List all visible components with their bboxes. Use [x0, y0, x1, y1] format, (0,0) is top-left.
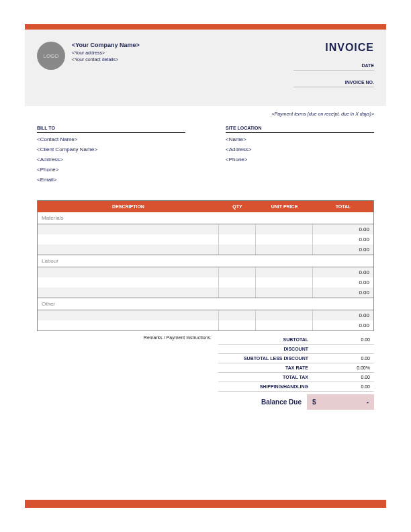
cell-total: 0.00 [313, 234, 373, 245]
cell-qty[interactable] [219, 310, 256, 320]
cell-total: 0.00 [313, 245, 373, 255]
balance-box: $ - [307, 394, 374, 410]
balance-label: Balance Due [218, 398, 307, 406]
total-value [314, 345, 374, 353]
section-label: Labour [38, 255, 373, 267]
payment-terms: <Payment terms (due on receipt, due in X… [25, 112, 374, 116]
table-row: 0.00 [38, 320, 373, 330]
cell-description[interactable] [38, 267, 219, 277]
cell-description[interactable] [38, 224, 219, 234]
cell-qty[interactable] [219, 320, 256, 330]
line-items-table: DESCRIPTION QTY UNIT PRICE TOTAL Materia… [37, 200, 374, 331]
cell-qty[interactable] [219, 287, 256, 298]
totals-block: SUBTOTAL0.00DISCOUNTSUBTOTAL LESS DISCOU… [218, 335, 374, 410]
cell-qty[interactable] [219, 224, 256, 234]
table-row: 0.00 [38, 277, 373, 287]
balance-currency: $ [312, 398, 316, 406]
bill-to-contact: <Contact Name> [37, 136, 185, 142]
remarks-label: Remarks / Payment Instructions: [37, 335, 218, 410]
cell-price[interactable] [256, 267, 313, 277]
total-value: 0.00 [314, 335, 374, 344]
cell-total: 0.00 [313, 277, 373, 287]
site-name: <Name> [226, 136, 374, 142]
total-label: TOTAL TAX [218, 373, 314, 382]
total-label: DISCOUNT [218, 345, 314, 353]
total-row: TOTAL TAX0.00 [218, 373, 374, 382]
cell-price[interactable] [256, 310, 313, 320]
bottom-bar [25, 500, 386, 508]
cell-qty[interactable] [219, 245, 256, 255]
site-address: <Address> [226, 146, 374, 152]
cell-price[interactable] [256, 245, 313, 255]
cell-description[interactable] [38, 245, 219, 255]
info-section: BILL TO <Contact Name> <Client Company N… [37, 126, 374, 187]
total-row: SUBTOTAL LESS DISCOUNT0.00 [218, 354, 374, 363]
logo-placeholder: LOGO [37, 42, 65, 70]
cell-qty[interactable] [219, 277, 256, 287]
total-row: TAX RATE0.00% [218, 363, 374, 373]
total-row: DISCOUNT [218, 345, 374, 354]
bill-to-company: <Client Company Name> [37, 146, 185, 152]
bottom-section: Remarks / Payment Instructions: SUBTOTAL… [37, 335, 374, 410]
total-label: TAX RATE [218, 363, 314, 372]
total-label: SUBTOTAL [218, 335, 314, 344]
cell-description[interactable] [38, 277, 219, 287]
bill-to-col: BILL TO <Contact Name> <Client Company N… [37, 126, 185, 187]
company-contact: <Your contact details> [72, 57, 293, 62]
th-unit-price: UNIT PRICE [256, 201, 313, 212]
table-row: 0.00 [38, 224, 373, 234]
cell-price[interactable] [256, 277, 313, 287]
invoice-meta: INVOICE DATE INVOICE NO. [293, 42, 374, 87]
section-label: Materials [38, 212, 373, 224]
cell-description[interactable] [38, 320, 219, 330]
cell-qty[interactable] [219, 267, 256, 277]
header: LOGO <Your Company Name> <Your address> … [25, 30, 386, 106]
table-row: 0.00 [38, 234, 373, 245]
section-label: Other [38, 298, 373, 310]
table-row: 0.00 [38, 287, 373, 298]
cell-description[interactable] [38, 234, 219, 245]
table-body: Materials0.000.000.00Labour0.000.000.00O… [38, 212, 373, 330]
bill-to-address: <Address> [37, 157, 185, 163]
cell-total: 0.00 [313, 224, 373, 234]
company-name: <Your Company Name> [72, 42, 293, 48]
total-value: 0.00% [314, 363, 374, 372]
site-col: SITE LOCATION <Name> <Address> <Phone> [226, 126, 374, 187]
th-description: DESCRIPTION [38, 201, 219, 212]
company-block: <Your Company Name> <Your address> <Your… [72, 42, 293, 87]
th-qty: QTY [219, 201, 256, 212]
bill-to-header: BILL TO [37, 126, 185, 133]
invoice-no-label: INVOICE NO. [293, 80, 374, 87]
total-label: SUBTOTAL LESS DISCOUNT [218, 354, 314, 363]
cell-price[interactable] [256, 234, 313, 245]
total-value: 0.00 [314, 354, 374, 363]
table-row: 0.00 [38, 245, 373, 255]
cell-price[interactable] [256, 287, 313, 298]
cell-price[interactable] [256, 320, 313, 330]
total-value: 0.00 [314, 373, 374, 382]
bill-to-phone: <Phone> [37, 167, 185, 173]
balance-value: - [367, 398, 369, 406]
table-row: 0.00 [38, 267, 373, 277]
company-address: <Your address> [72, 50, 293, 55]
bill-to-email: <Email> [37, 177, 185, 183]
total-label: SHIPPING/HANDLING [218, 382, 314, 391]
cell-total: 0.00 [313, 287, 373, 298]
cell-description[interactable] [38, 310, 219, 320]
cell-description[interactable] [38, 287, 219, 298]
cell-total: 0.00 [313, 320, 373, 330]
invoice-title: INVOICE [293, 42, 374, 54]
cell-qty[interactable] [219, 234, 256, 245]
date-label: DATE [293, 63, 374, 71]
total-value: 0.00 [314, 382, 374, 391]
table-row: 0.00 [38, 310, 373, 320]
balance-row: Balance Due $ - [218, 394, 374, 410]
cell-total: 0.00 [313, 310, 373, 320]
total-row: SUBTOTAL0.00 [218, 335, 374, 345]
total-row: SHIPPING/HANDLING0.00 [218, 382, 374, 392]
top-bar [25, 24, 386, 30]
site-header: SITE LOCATION [226, 126, 374, 133]
cell-price[interactable] [256, 224, 313, 234]
table-header: DESCRIPTION QTY UNIT PRICE TOTAL [38, 201, 373, 212]
th-total: TOTAL [313, 201, 373, 212]
